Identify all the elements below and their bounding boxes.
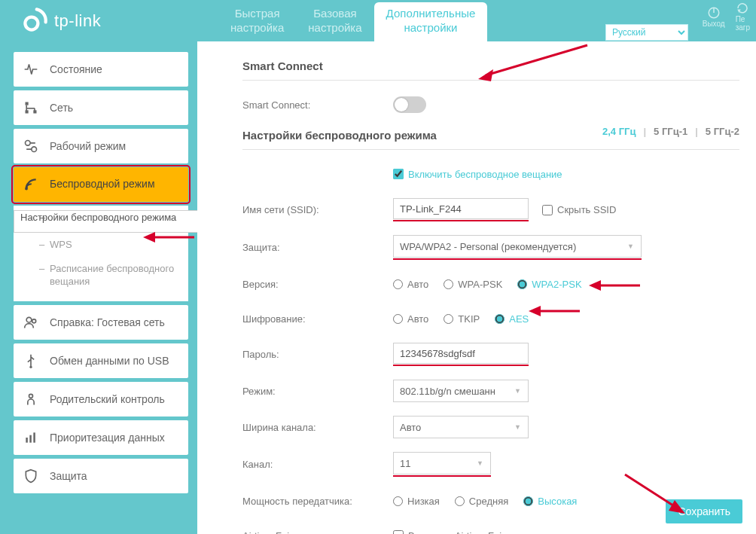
mode-select[interactable]: 802.11b/g/n смешанн: [393, 380, 529, 402]
password-input[interactable]: [393, 343, 529, 364]
band-tab-24[interactable]: 2,4 ГГц: [602, 126, 636, 137]
qos-icon: [23, 429, 39, 446]
guest-icon: [23, 314, 39, 331]
sidebar-item-network[interactable]: Сеть: [14, 90, 188, 125]
svg-rect-19: [33, 432, 35, 442]
sidebar-wireless-submenu: Настройки беспроводного режима WPS Распи…: [14, 206, 188, 301]
smart-connect-title: Smart Connect: [242, 60, 739, 81]
pulse-icon: [23, 61, 39, 78]
logout-button[interactable]: Выход: [703, 6, 725, 28]
hide-ssid-checkbox[interactable]: Скрыть SSID: [542, 204, 616, 215]
sidebar-item-security[interactable]: Защита: [14, 459, 188, 493]
sidebar-label: Состояние: [50, 63, 102, 75]
logout-label: Выход: [703, 20, 725, 28]
cipher-tkip[interactable]: TKIP: [444, 313, 480, 325]
brand-logo: tp-link: [23, 7, 101, 35]
cipher-label: Шифрование:: [242, 313, 393, 325]
sidebar-item-mode[interactable]: Рабочий режим: [14, 129, 188, 163]
svg-point-11: [32, 147, 37, 152]
txpower-high[interactable]: Высокая: [523, 496, 577, 507]
sidebar: Состояние Сеть Рабочий режим Беспроводно…: [0, 41, 188, 534]
wifi-icon: [23, 176, 39, 193]
reload-button[interactable]: Пе загр: [736, 2, 750, 32]
tab-basic-setup[interactable]: Базовая настройка: [296, 2, 373, 43]
tplink-logo-icon: [23, 7, 48, 35]
sidebar-label: Родительский контроль: [50, 393, 165, 405]
sidebar-label: Обмен данными по USB: [50, 355, 169, 367]
txpower-label: Мощность передатчика:: [242, 496, 393, 507]
tab-quick-setup[interactable]: Быстрая настройка: [218, 2, 296, 43]
sidebar-label: Сеть: [50, 102, 73, 114]
sidebar-label: Приоритезация данных: [50, 432, 165, 444]
sidebar-item-qos[interactable]: Приоритезация данных: [14, 420, 188, 455]
parental-icon: [23, 391, 39, 407]
security-select[interactable]: WPA/WPA2 - Personal (рекомендуется): [393, 235, 642, 258]
airtime-checkbox[interactable]: Включить Airtime Fairness: [393, 530, 526, 535]
version-auto[interactable]: Авто: [393, 279, 428, 290]
svg-point-0: [25, 17, 38, 30]
sidebar-label: Защита: [50, 470, 87, 482]
sidebar-label: Рабочий режим: [50, 140, 126, 152]
svg-point-13: [26, 317, 32, 322]
svg-rect-18: [29, 435, 32, 442]
sidebar-item-usb[interactable]: Обмен данными по USB: [14, 343, 188, 378]
version-wpa2[interactable]: WPA2-PSK: [517, 279, 581, 290]
width-select[interactable]: Авто: [393, 416, 529, 438]
sidebar-item-guest[interactable]: Справка: Гостевая сеть: [14, 305, 188, 340]
channel-label: Канал:: [242, 459, 393, 470]
svg-point-14: [32, 319, 36, 322]
reload-label: Пе загр: [736, 15, 750, 32]
sidebar-sub-schedule[interactable]: Расписание беспроводного вещания: [14, 257, 188, 294]
cipher-radio-group: Авто TKIP AES: [393, 313, 529, 325]
version-label: Версия:: [242, 279, 393, 290]
main-tabs: Быстрая настройка Базовая настройка Допо…: [218, 2, 487, 43]
top-right-controls: Выход Пе загр: [703, 2, 750, 32]
shield-icon: [23, 468, 39, 484]
airtime-label: Airtime Fairness:: [242, 530, 393, 535]
language-select[interactable]: Русский: [605, 24, 688, 41]
txpower-radio-group: Низкая Средняя Высокая: [393, 496, 577, 507]
ssid-input[interactable]: [393, 198, 529, 219]
version-radio-group: Авто WPA-PSK WPA2-PSK: [393, 279, 582, 290]
security-label: Защита:: [242, 242, 393, 253]
wireless-settings-title: Настройки беспроводного режима 2,4 ГГц |…: [242, 129, 739, 150]
usb-icon: [23, 352, 39, 369]
txpower-low[interactable]: Низкая: [393, 496, 440, 507]
svg-rect-4: [26, 102, 29, 105]
sidebar-label: Беспроводной режим: [50, 178, 155, 191]
svg-rect-17: [26, 438, 28, 443]
svg-point-12: [26, 188, 28, 190]
band-tab-51[interactable]: 5 ГГц-1: [654, 126, 687, 137]
txpower-mid[interactable]: Средняя: [455, 496, 508, 507]
tab-advanced-setup[interactable]: Дополнительные настройки: [374, 2, 488, 43]
brand-text: tp-link: [54, 11, 101, 31]
cipher-aes[interactable]: AES: [495, 313, 529, 325]
content-pane: Smart Connect Smart Connect: Настройки б…: [197, 41, 756, 534]
sidebar-label: Справка: Гостевая сеть: [50, 316, 165, 328]
switch-icon: [23, 138, 39, 154]
sidebar-sub-wps[interactable]: WPS: [14, 233, 188, 257]
language-select-wrap: Русский: [605, 24, 688, 41]
sidebar-item-parental[interactable]: Родительский контроль: [14, 382, 188, 417]
cipher-auto[interactable]: Авто: [393, 313, 428, 325]
width-label: Ширина канала:: [242, 422, 393, 433]
smart-connect-label: Smart Connect:: [242, 99, 393, 111]
save-button[interactable]: Сохранить: [666, 499, 742, 523]
sidebar-item-status[interactable]: Состояние: [14, 52, 188, 87]
channel-select[interactable]: 11: [393, 452, 491, 474]
svg-point-15: [29, 365, 32, 368]
svg-point-16: [29, 394, 33, 398]
sidebar-item-wireless[interactable]: Беспроводной режим: [14, 167, 188, 202]
smart-connect-toggle[interactable]: [393, 96, 426, 113]
svg-point-10: [26, 141, 31, 146]
mode-label: Режим:: [242, 386, 393, 397]
enable-wireless-checkbox[interactable]: Включить беспроводное вещание: [393, 169, 562, 180]
ssid-label: Имя сети (SSID):: [242, 204, 393, 215]
band-tab-52[interactable]: 5 ГГц-2: [706, 126, 739, 137]
password-label: Пароль:: [242, 349, 393, 360]
network-icon: [23, 99, 39, 116]
topbar: tp-link Быстрая настройка Базовая настро…: [0, 0, 756, 41]
version-wpa[interactable]: WPA-PSK: [444, 279, 502, 290]
